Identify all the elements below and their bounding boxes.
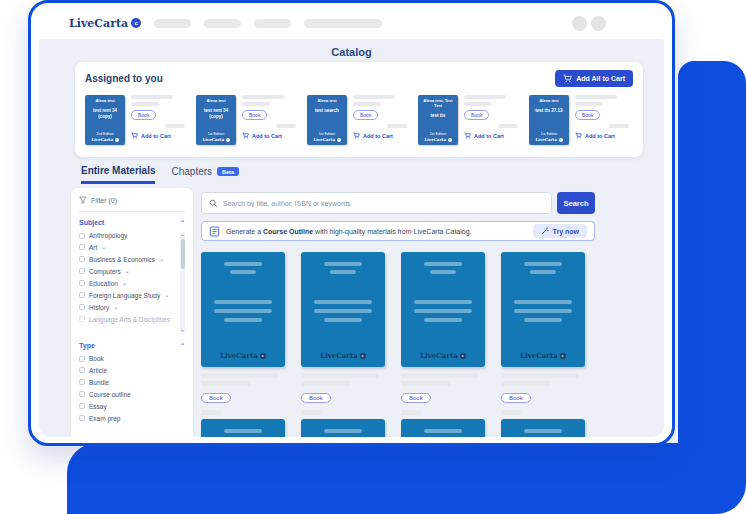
subject-option[interactable]: Education⌄	[79, 280, 177, 287]
catalog-card[interactable]	[301, 419, 385, 437]
book-cover[interactable]	[501, 419, 585, 437]
book-cover[interactable]: LiveCartac	[201, 252, 285, 367]
checkbox[interactable]	[79, 280, 85, 286]
assigned-card[interactable]: Alena test test rent 34 (copy) 1st Editi…	[196, 95, 300, 145]
book-cover[interactable]	[301, 419, 385, 437]
tab-chapters[interactable]: Chapters Beta	[171, 166, 239, 184]
filter-toggle[interactable]: Filter (0)	[79, 196, 185, 204]
checkbox[interactable]	[79, 256, 85, 262]
subject-option[interactable]: History⌄	[79, 304, 177, 311]
book-cover[interactable]: LiveCartac	[501, 252, 585, 367]
book-cover[interactable]: LiveCartac	[301, 252, 385, 367]
title-placeholder	[131, 95, 173, 99]
chevron-down-icon[interactable]: ⌄	[122, 280, 127, 286]
checkbox[interactable]	[79, 292, 85, 298]
book-cover[interactable]: Alena test test search 1st Edition LiveC…	[307, 95, 347, 145]
book-cover[interactable]: Alena test, Test Test test tts 1st Editi…	[418, 95, 458, 145]
avatar[interactable]	[591, 16, 606, 31]
subject-section-header[interactable]: Subject ⌃	[79, 219, 185, 226]
assigned-card[interactable]: Alena test test tts 27.13 1st Edition Li…	[529, 95, 633, 145]
livecarta-logo[interactable]: LiveCarta c	[69, 17, 141, 30]
subject-option[interactable]: Foreign Language Study⌄	[79, 292, 177, 299]
catalog-card[interactable]: LiveCartac Book	[401, 252, 485, 415]
catalog-card[interactable]	[501, 419, 585, 437]
add-to-cart-link[interactable]: Add to Cart	[464, 132, 522, 139]
type-option[interactable]: Course outline	[79, 391, 185, 398]
cover-brand: LiveCartac	[301, 351, 385, 360]
chevron-down-icon[interactable]: ⌄	[125, 268, 130, 274]
price-placeholder	[201, 410, 221, 415]
chevron-down-icon[interactable]: ⌄	[164, 292, 169, 298]
book-cover[interactable]	[401, 419, 485, 437]
type-option[interactable]: Bundle	[79, 379, 185, 386]
document-icon	[209, 226, 220, 237]
book-cover[interactable]	[201, 419, 285, 437]
header-controls	[572, 16, 606, 31]
try-now-button[interactable]: Try now	[533, 224, 587, 238]
subject-option[interactable]: Language Arts & Disciplines	[79, 316, 177, 323]
search-button[interactable]: Search	[557, 192, 595, 214]
scrollbar-thumb[interactable]	[181, 239, 185, 269]
browser-window: LiveCarta c Catalog Assigned to you	[28, 0, 675, 446]
subject-option[interactable]: Art⌄	[79, 244, 177, 251]
book-cover[interactable]: LiveCartac	[401, 252, 485, 367]
scroll-up-icon[interactable]: ▴	[180, 232, 185, 237]
add-to-cart-link[interactable]: Add to Cart	[131, 132, 189, 139]
checkbox[interactable]	[79, 415, 85, 421]
logo-mark-icon: c	[260, 353, 266, 359]
add-to-cart-link[interactable]: Add to Cart	[242, 132, 300, 139]
catalog-card[interactable]: LiveCartac Book	[201, 252, 285, 415]
chevron-down-icon[interactable]: ⌄	[101, 244, 106, 250]
type-option[interactable]: Book	[79, 355, 185, 362]
book-cover[interactable]: Alena test test rent 34 (copy) 2nd Editi…	[85, 95, 125, 145]
add-to-cart-link[interactable]: Add to Cart	[575, 132, 633, 139]
assigned-card[interactable]: Alena test test search 1st Edition LiveC…	[307, 95, 411, 145]
type-badge: Book	[131, 110, 156, 120]
search-input[interactable]	[223, 200, 544, 207]
type-badge: Book	[301, 393, 331, 403]
type-section-header[interactable]: Type ⌃	[79, 342, 185, 349]
subject-option[interactable]: Business & Economics⌄	[79, 256, 177, 263]
add-all-to-cart-button[interactable]: Add All to Cart	[555, 70, 633, 87]
catalog-card[interactable]: LiveCartac Book	[301, 252, 385, 415]
avatar[interactable]	[572, 16, 587, 31]
logo-mark-icon: c	[131, 18, 141, 28]
catalog-card[interactable]	[201, 419, 285, 437]
checkbox[interactable]	[79, 244, 85, 250]
title-placeholder	[242, 95, 284, 99]
subject-scrollbar[interactable]: ▴ ▾	[180, 232, 185, 333]
cart-icon	[575, 132, 582, 139]
logo-text: LiveCarta	[69, 17, 128, 30]
author-placeholder	[575, 102, 603, 106]
checkbox[interactable]	[79, 304, 85, 310]
type-option[interactable]: Exam prep	[79, 415, 185, 422]
subject-option[interactable]: Anthropology	[79, 232, 177, 239]
app-header: LiveCarta c	[39, 7, 664, 39]
type-option[interactable]: Essay	[79, 403, 185, 410]
catalog-card[interactable]	[401, 419, 485, 437]
search-box[interactable]	[201, 192, 552, 214]
chevron-down-icon[interactable]: ⌄	[159, 256, 164, 262]
checkbox[interactable]	[79, 367, 85, 373]
subject-option[interactable]: Computers⌄	[79, 268, 177, 275]
checkbox[interactable]	[79, 316, 85, 322]
checkbox[interactable]	[79, 379, 85, 385]
checkbox[interactable]	[79, 233, 85, 239]
checkbox[interactable]	[79, 268, 85, 274]
logo-mark-icon: c	[560, 353, 566, 359]
assigned-card[interactable]: Alena test test rent 34 (copy) 2nd Editi…	[85, 95, 189, 145]
catalog-card[interactable]: LiveCartac Book	[501, 252, 585, 415]
checkbox[interactable]	[79, 403, 85, 409]
assigned-card[interactable]: Alena test, Test Test test tts 1st Editi…	[418, 95, 522, 145]
author-placeholder	[353, 102, 381, 106]
type-option[interactable]: Article	[79, 367, 185, 374]
book-cover[interactable]: Alena test test rent 34 (copy) 1st Editi…	[196, 95, 236, 145]
chevron-down-icon[interactable]: ⌄	[113, 304, 118, 310]
scroll-down-icon[interactable]: ▾	[180, 328, 185, 333]
tab-entire-materials[interactable]: Entire Materials	[81, 165, 155, 184]
checkbox[interactable]	[79, 391, 85, 397]
checkbox[interactable]	[79, 356, 85, 362]
book-cover[interactable]: Alena test test tts 27.13 1st Edition Li…	[529, 95, 569, 145]
type-badge: Book	[353, 110, 378, 120]
add-to-cart-link[interactable]: Add to Cart	[353, 132, 411, 139]
